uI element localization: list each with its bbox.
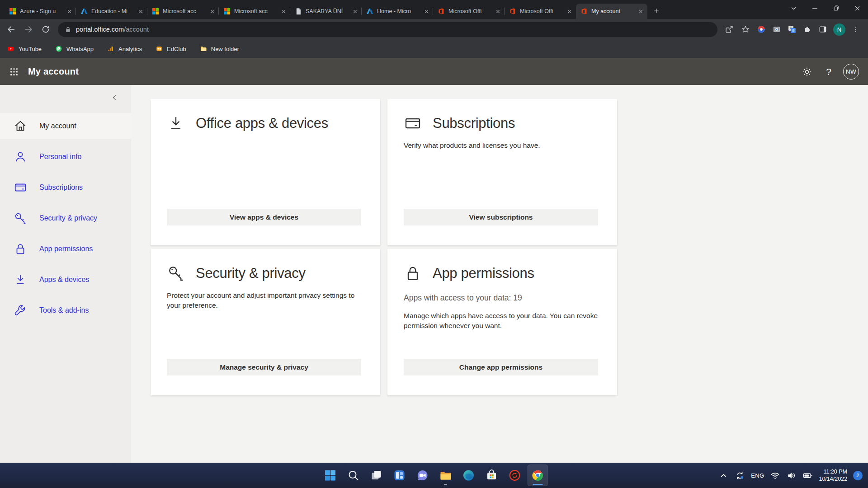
browser-tab[interactable]: Azure - Sign u [5,4,76,19]
account-sidebar: My account Personal info Subscriptions S… [0,85,131,463]
taskbar-widgets-button[interactable] [389,465,410,486]
app-launcher-button[interactable] [0,58,28,85]
view-apps-devices-button[interactable]: View apps & devices [167,209,361,225]
tab-close-icon[interactable] [66,8,73,15]
browser-tab[interactable]: My account [576,4,647,19]
tab-close-icon[interactable] [423,8,430,15]
bookmark-analytics[interactable]: Analytics [107,45,142,52]
translate-extension-button[interactable]: AG [784,22,800,37]
wrench-icon [14,304,27,317]
manage-security-privacy-button[interactable]: Manage security & privacy [167,359,361,375]
taskbar-search-button[interactable] [343,465,364,486]
sidebar-item-app-permissions[interactable]: App permissions [0,236,131,262]
account-avatar[interactable]: NW [843,64,859,80]
clock-date: 10/14/2022 [819,475,847,483]
new-tab-button[interactable] [650,5,663,17]
help-button[interactable]: ? [818,58,840,85]
restore-icon [832,4,840,13]
office-header: My account ? NW [0,58,868,85]
taskbar-task-view-button[interactable] [366,465,387,486]
bookmark-whatsapp[interactable]: WhatsApp [55,45,94,52]
taskbar-store-button[interactable] [481,465,502,486]
google-translate-icon: AG [788,25,797,34]
browser-tab[interactable]: Microsoft Offi [505,4,576,19]
extensions-menu-button[interactable] [800,22,815,37]
chrome-menu-button[interactable] [848,22,863,37]
reload-button[interactable] [37,21,54,38]
profile-initial: N [837,26,841,33]
key-icon [14,211,27,225]
browser-tab[interactable]: Microsoft Offi [433,4,505,19]
edge-icon [462,469,476,482]
minimize-icon [811,4,819,13]
forward-button[interactable] [20,21,37,38]
extension-ball-button[interactable] [754,22,769,37]
tab-close-icon[interactable] [637,8,644,15]
taskbar-start-button[interactable] [320,465,341,486]
search-icon [347,469,360,482]
browser-tab[interactable]: Microsoft acc [147,4,219,19]
sidebar-item-my-account[interactable]: My account [0,113,131,139]
bookmark-youtube[interactable]: YouTube [7,45,42,52]
bookmark-star-button[interactable] [737,21,754,38]
tab-close-icon[interactable] [566,8,573,15]
browser-tab[interactable]: Home - Micro [362,4,433,19]
tab-close-icon[interactable] [280,8,287,15]
taskbar-clock[interactable]: 11:20 PM 10/14/2022 [819,468,847,483]
bookmark-edclub[interactable]: EdClub [156,45,186,52]
browser-tab[interactable]: Education - Mi [76,4,147,19]
maximize-button[interactable] [826,0,847,16]
tray-chevron-up-button[interactable] [718,470,729,481]
sidebar-collapse-button[interactable] [108,91,121,104]
taskbar-file-explorer-button[interactable] [435,465,456,486]
tab-search-button[interactable] [783,0,804,16]
key-icon [167,264,185,282]
wifi-button[interactable] [770,470,780,481]
screenshot-extension-button[interactable] [769,22,784,37]
avatar-initials: NW [846,68,857,75]
taskbar-security-app-button[interactable] [505,465,525,486]
sidebar-item-tools-add-ins[interactable]: Tools & add-ins [0,297,131,323]
card-security-privacy: Security & privacy Protect your account … [151,249,380,395]
side-panel-button[interactable] [815,22,830,37]
change-app-permissions-button[interactable]: Change app permissions [404,359,598,375]
tab-close-icon[interactable] [209,8,216,15]
taskbar-edge-button[interactable] [458,465,479,486]
language-indicator[interactable]: ENG [751,472,764,479]
lock-icon [404,264,422,282]
tray-update-button[interactable] [735,470,745,481]
battery-button[interactable] [802,470,813,481]
minimize-button[interactable] [804,0,826,16]
reload-icon [41,24,51,34]
credit-card-icon [14,181,27,194]
sidebar-item-personal-info[interactable]: Personal info [0,144,131,169]
settings-button[interactable] [796,58,818,85]
tab-close-icon[interactable] [137,8,144,15]
tab-close-icon[interactable] [352,8,359,15]
notification-badge[interactable]: 2 [853,471,863,480]
volume-button[interactable] [786,470,797,481]
share-button[interactable] [721,21,737,38]
waffle-icon [9,67,19,77]
sidebar-item-apps-devices[interactable]: Apps & devices [0,267,131,292]
browser-profile-avatar[interactable]: N [833,23,845,36]
star-icon [741,24,750,34]
youtube-icon [7,45,14,52]
taskbar-chrome-button[interactable] [528,465,548,486]
folder-icon [200,45,207,52]
sidebar-item-subscriptions[interactable]: Subscriptions [0,174,131,200]
tab-close-icon[interactable] [495,8,501,15]
sidebar-item-security-privacy[interactable]: Security & privacy [0,205,131,231]
microsoft-favicon [152,8,159,15]
browser-tab[interactable]: SAKARYA ÜNİ [290,4,362,19]
view-subscriptions-button[interactable]: View subscriptions [404,209,598,225]
bookmark-label: Analytics [118,46,142,52]
chat-icon [416,469,429,482]
back-button[interactable] [3,21,20,38]
browser-tab[interactable]: Microsoft acc [219,4,290,19]
taskbar-chat-button[interactable] [412,465,433,486]
analytics-icon [107,45,114,52]
bookmark-new-folder[interactable]: New folder [200,45,239,52]
address-bar[interactable]: portal.office.com/account [58,22,717,37]
close-button[interactable] [847,0,868,16]
